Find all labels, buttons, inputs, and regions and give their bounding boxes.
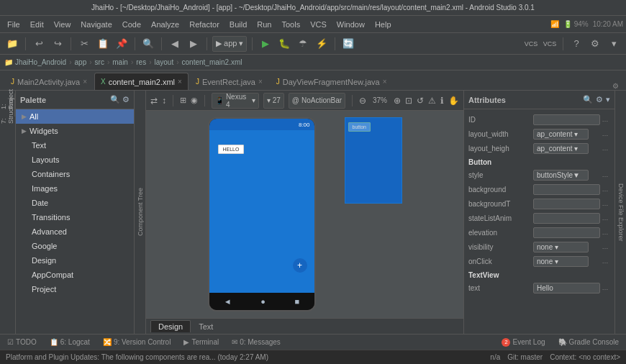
- menu-navigate[interactable]: Navigate: [76, 19, 116, 30]
- fab-button[interactable]: +: [293, 258, 307, 273]
- bc-src[interactable]: src: [95, 58, 104, 66]
- zoom-out-icon[interactable]: ⊖: [359, 96, 366, 106]
- swap-icon[interactable]: ⇄: [150, 96, 158, 106]
- redo-btn[interactable]: ↪: [50, 36, 65, 52]
- attr-more-btn[interactable]: …: [600, 283, 610, 293]
- menu-run[interactable]: Run: [253, 19, 276, 30]
- run-btn[interactable]: ▶: [258, 36, 273, 52]
- debug-btn[interactable]: 🐛: [276, 36, 292, 52]
- attr-more-btn[interactable]: …: [600, 170, 610, 180]
- palette-cat-date[interactable]: Date: [16, 196, 134, 210]
- second-button[interactable]: button: [348, 122, 371, 132]
- palette-cat-advanced[interactable]: Advanced: [16, 224, 134, 239]
- attr-more-btn[interactable]: …: [600, 184, 610, 194]
- attr-input-id[interactable]: [533, 114, 600, 125]
- attr-dropdown-visibility[interactable]: none ▾: [533, 242, 589, 252]
- refresh-icon[interactable]: ↺: [417, 96, 424, 106]
- copy-btn[interactable]: 📋: [95, 36, 111, 52]
- side-structure-tab[interactable]: 7: Structure: [1, 105, 14, 117]
- palette-cat-text[interactable]: Text: [16, 138, 134, 153]
- attr-input-statelistanim[interactable]: [533, 213, 600, 224]
- project-icon[interactable]: 📁: [4, 36, 20, 52]
- back-btn[interactable]: ◀: [167, 36, 183, 52]
- attr-settings-icon[interactable]: ⚙: [596, 95, 603, 104]
- palette-cat-project[interactable]: Project: [16, 282, 134, 296]
- todo-tab[interactable]: ☑ TODO: [4, 337, 40, 347]
- menu-file[interactable]: File: [3, 19, 24, 30]
- tab-settings-icon[interactable]: ⚙: [612, 82, 619, 90]
- attr-dropdown-layout-width[interactable]: ap_content ▾: [533, 129, 589, 140]
- tab-close-btn[interactable]: ×: [383, 78, 387, 86]
- attr-more-btn[interactable]: …: [600, 199, 610, 209]
- menu-window[interactable]: Window: [332, 19, 369, 30]
- sync-btn[interactable]: 🔄: [340, 36, 356, 52]
- attr-more-btn[interactable]: …: [600, 227, 610, 237]
- attr-input-elevation[interactable]: [533, 227, 600, 238]
- menu-build[interactable]: Build: [225, 19, 251, 30]
- gradle-console-tab[interactable]: 🐘 Gradle Console: [555, 337, 622, 347]
- device-dropdown[interactable]: 📱 Nexus 4 ▾: [212, 93, 259, 109]
- blueprint-icon[interactable]: ⊞: [180, 96, 186, 105]
- attr-input-background[interactable]: [533, 184, 600, 195]
- palette-cat-widgets[interactable]: ▶ Widgets: [16, 124, 134, 138]
- attr-dropdown-layout-height[interactable]: ap_content ▾: [533, 143, 589, 154]
- bc-res[interactable]: res: [136, 58, 146, 66]
- more-btn[interactable]: ▾: [606, 36, 622, 52]
- menu-analyze[interactable]: Analyze: [147, 19, 183, 30]
- warning-icon[interactable]: ⚠: [428, 96, 436, 106]
- orient-icon[interactable]: ↕: [162, 96, 166, 106]
- palette-cat-layouts[interactable]: Layouts: [16, 153, 134, 167]
- palette-cat-containers[interactable]: Containers: [16, 167, 134, 181]
- palette-gear-icon[interactable]: ⚙: [122, 95, 130, 104]
- palette-cat-appcompat[interactable]: AppCompat: [16, 268, 134, 282]
- zoom-in-icon[interactable]: ⊕: [394, 96, 401, 106]
- design-tab[interactable]: Design: [150, 320, 191, 332]
- tab-main2activity[interactable]: J Main2Activity.java ×: [4, 73, 94, 90]
- api-dropdown[interactable]: ▾ 27: [263, 93, 284, 109]
- tab-eventrect[interactable]: J EventRect.java ×: [189, 73, 269, 90]
- logcat-tab[interactable]: 📋 6: Logcat: [47, 337, 93, 347]
- tab-content-main2[interactable]: X content_main2.xml ×: [94, 73, 189, 90]
- nav-recent-icon[interactable]: ■: [295, 297, 300, 306]
- attr-dropdown-onclick[interactable]: none ▾: [533, 256, 589, 267]
- cut-btn[interactable]: ✂: [76, 36, 92, 52]
- bc-file[interactable]: content_main2.xml: [182, 58, 242, 66]
- palette-cat-all[interactable]: ▶ All: [16, 109, 134, 124]
- menu-tools[interactable]: Tools: [277, 19, 304, 30]
- menu-help[interactable]: Help: [371, 19, 396, 30]
- tab-close-btn[interactable]: ×: [83, 78, 87, 86]
- menu-refactor[interactable]: Refactor: [185, 19, 224, 30]
- tab-close-btn[interactable]: ×: [258, 78, 263, 86]
- attr-dropdown-style[interactable]: buttonStyle▼: [533, 170, 589, 181]
- attr-more-btn[interactable]: …: [600, 256, 610, 266]
- info-icon[interactable]: ℹ: [440, 96, 444, 106]
- palette-cat-images[interactable]: Images: [16, 181, 134, 196]
- paste-btn[interactable]: 📌: [114, 36, 130, 52]
- attr-more-btn[interactable]: …: [600, 213, 610, 223]
- palette-cat-transitions[interactable]: Transitions: [16, 210, 134, 224]
- settings-btn[interactable]: ⚙: [587, 36, 603, 52]
- bc-layout[interactable]: layout: [155, 58, 174, 66]
- fit-icon[interactable]: ⊡: [405, 96, 412, 106]
- forward-btn[interactable]: ▶: [186, 36, 201, 52]
- attr-more-btn[interactable]: …: [600, 143, 610, 153]
- attr-more-btn[interactable]: …: [600, 242, 610, 252]
- attr-more-btn[interactable]: …: [600, 129, 610, 139]
- bc-app[interactable]: app: [75, 58, 87, 66]
- menu-view[interactable]: View: [50, 19, 76, 30]
- bc-project[interactable]: 📁 JhaiHo_Android: [4, 58, 66, 66]
- messages-tab[interactable]: ✉ 0: Messages: [229, 337, 283, 347]
- search-btn[interactable]: 🔍: [140, 36, 156, 52]
- attr-input-backgroundt[interactable]: [533, 199, 600, 209]
- undo-btn[interactable]: ↩: [31, 36, 47, 52]
- design-mode-icon[interactable]: ◉: [191, 96, 198, 105]
- hello-button[interactable]: HELLO: [218, 145, 245, 154]
- vcs-tab[interactable]: 🔀 9: Version Control: [100, 337, 174, 347]
- bc-main[interactable]: main: [112, 58, 128, 66]
- terminal-tab[interactable]: ▶ Terminal: [181, 337, 222, 347]
- vcs2-btn[interactable]: VCS: [542, 36, 558, 52]
- attr-more-btn[interactable]: …: [600, 114, 610, 124]
- app-dropdown[interactable]: ▶ app ▾: [212, 36, 247, 52]
- event-log-tab[interactable]: 2 Event Log: [499, 337, 548, 347]
- palette-cat-google[interactable]: Google: [16, 239, 134, 253]
